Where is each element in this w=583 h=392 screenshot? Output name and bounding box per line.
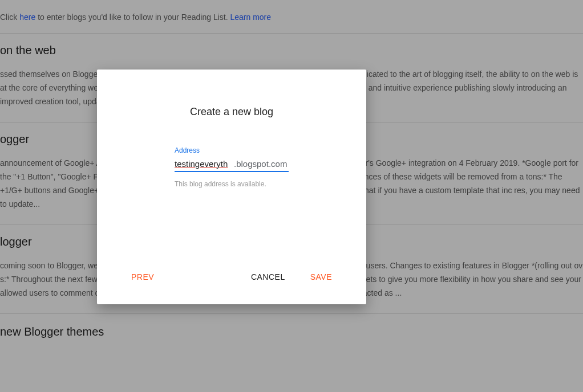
address-suffix: .blogspot.com	[234, 159, 287, 169]
dialog-title: Create a new blog	[97, 70, 366, 118]
save-button[interactable]: SAVE	[310, 268, 332, 286]
cancel-button[interactable]: CANCEL	[251, 268, 285, 286]
address-field-block: Address .blogspot.com This blog address …	[175, 146, 289, 188]
prev-button[interactable]: PREV	[131, 268, 154, 286]
address-helper-text: This blog address is available.	[175, 172, 289, 188]
address-input-row[interactable]: .blogspot.com	[175, 159, 289, 172]
create-blog-dialog: Create a new blog Address .blogspot.com …	[97, 70, 366, 304]
address-label: Address	[175, 146, 289, 159]
address-input[interactable]	[175, 159, 234, 169]
dialog-buttons: PREV CANCEL SAVE	[97, 268, 366, 286]
